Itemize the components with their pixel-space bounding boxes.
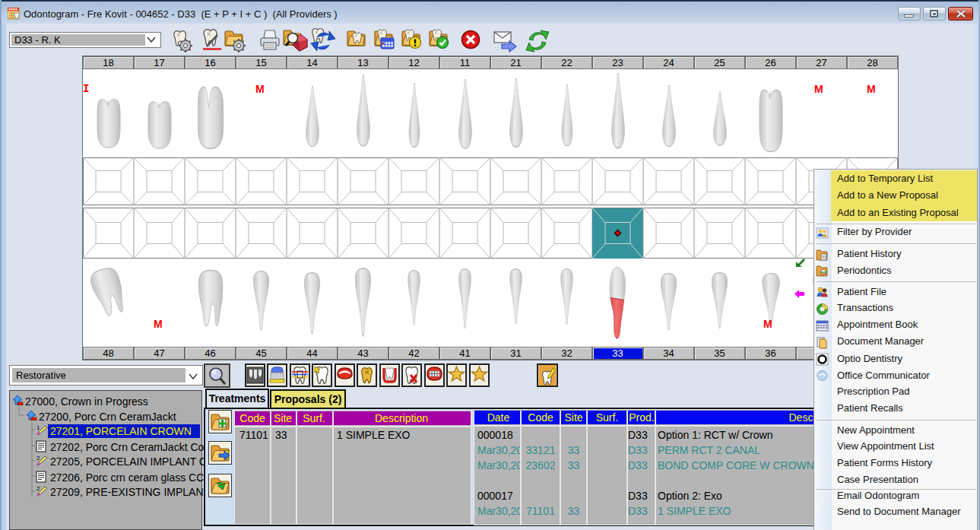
svg-text:1: 1 <box>36 424 40 431</box>
svg-text:2: 2 <box>36 485 40 492</box>
svg-text:2: 2 <box>36 455 40 462</box>
svg-text:ID: ID <box>822 255 826 259</box>
